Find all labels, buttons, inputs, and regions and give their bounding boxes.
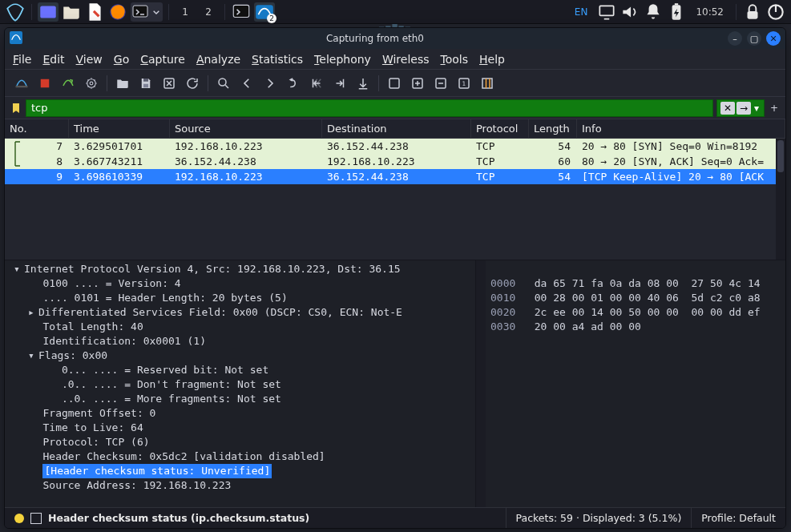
detail-identification[interactable]: Identification: 0x0001 (1) <box>42 334 206 349</box>
open-file-icon[interactable] <box>112 73 133 94</box>
menu-go[interactable]: Go <box>114 53 129 66</box>
tray-power-icon[interactable] <box>765 2 786 22</box>
zoom-out-icon[interactable] <box>430 73 451 94</box>
reload-file-icon[interactable] <box>182 73 203 94</box>
detail-flag-reserved[interactable]: 0... .... = Reserved bit: Not set <box>62 363 268 377</box>
menu-wireless[interactable]: Wireless <box>382 53 430 66</box>
stop-capture-icon[interactable] <box>34 73 55 94</box>
resize-columns-icon[interactable] <box>477 73 498 94</box>
detail-source-address[interactable]: Source Address: 192.168.10.223 <box>42 478 231 493</box>
menu-view[interactable]: View <box>76 53 103 66</box>
detail-ttl[interactable]: Time to Live: 64 <box>42 421 143 435</box>
packet-row-selected[interactable]: 9 3.698610339 192.168.10.223 36.152.44.2… <box>5 169 785 184</box>
packet-bytes-pane[interactable]: 0000 da 65 71 fa 0a da 08 00 27 50 4c 14… <box>486 260 785 507</box>
filter-add-button[interactable]: + <box>768 103 781 114</box>
taskbar-files-icon[interactable] <box>61 2 82 22</box>
detail-version[interactable]: 0100 .... = Version: 4 <box>42 276 180 291</box>
tree-expand-icon[interactable]: ▸ <box>24 305 38 320</box>
go-last-icon[interactable] <box>329 73 350 94</box>
taskbar-terminal-window[interactable] <box>231 2 252 22</box>
taskbar-app-1[interactable] <box>38 2 59 22</box>
filter-bookmark-icon[interactable] <box>10 100 22 116</box>
detail-protocol[interactable]: Protocol: TCP (6) <box>42 435 149 449</box>
auto-scroll-icon[interactable] <box>353 73 373 94</box>
detail-ipv4[interactable]: Internet Protocol Version 4, Src: 192.16… <box>24 262 401 276</box>
workspace-2[interactable]: 2 <box>198 2 219 22</box>
detail-flags[interactable]: Flags: 0x00 <box>38 349 107 363</box>
taskbar-wireshark-window[interactable]: 2 <box>254 2 275 22</box>
tree-collapse-icon[interactable]: ▾ <box>10 262 24 276</box>
workspace-1[interactable]: 1 <box>175 2 196 22</box>
col-info[interactable]: Info <box>577 119 785 139</box>
details-scrollbar[interactable] <box>476 260 486 507</box>
display-filter-input[interactable] <box>26 99 713 117</box>
menu-telephony[interactable]: Telephony <box>314 53 371 66</box>
detail-fragment-offset[interactable]: Fragment Offset: 0 <box>42 406 155 421</box>
status-profile[interactable]: Profile: Default <box>692 508 785 528</box>
app-menu-icon[interactable] <box>5 2 26 22</box>
menu-help[interactable]: Help <box>479 53 505 66</box>
capture-file-properties-icon[interactable] <box>30 513 42 524</box>
tray-volume-icon[interactable] <box>619 2 640 22</box>
taskbar-editor-icon[interactable] <box>84 2 105 22</box>
tray-battery-icon[interactable] <box>666 2 687 22</box>
detail-flag-mf[interactable]: ..0. .... = More fragments: Not set <box>62 392 281 406</box>
packet-list-scrollbar[interactable] <box>776 139 785 260</box>
hex-bytes[interactable]: 2c ee 00 14 00 50 00 00 00 00 dd ef <box>535 306 767 318</box>
go-next-icon[interactable] <box>260 73 280 94</box>
filter-apply-icon[interactable]: → <box>737 102 751 115</box>
capture-options-icon[interactable] <box>81 73 102 94</box>
detail-checksum[interactable]: Header Checksum: 0x5dc2 [validation disa… <box>42 449 325 464</box>
detail-header-length[interactable]: .... 0101 = Header Length: 20 bytes (5) <box>42 291 287 305</box>
expert-info-icon[interactable] <box>14 514 24 523</box>
zoom-reset-icon[interactable]: 1 <box>454 73 474 94</box>
window-maximize-button[interactable]: ▢ <box>747 31 761 46</box>
restart-capture-icon[interactable] <box>58 73 79 94</box>
detail-total-length[interactable]: Total Length: 40 <box>42 320 143 334</box>
detail-flag-df[interactable]: .0.. .... = Don't fragment: Not set <box>62 377 281 392</box>
packet-row[interactable]: 8 3.667743211 36.152.44.238 192.168.10.2… <box>5 154 785 169</box>
start-capture-icon[interactable] <box>11 73 32 94</box>
go-first-icon[interactable] <box>306 73 327 94</box>
terminal-icon[interactable] <box>131 2 150 22</box>
colorize-icon[interactable] <box>384 73 405 94</box>
col-time[interactable]: Time <box>69 119 170 139</box>
tree-collapse-icon[interactable]: ▾ <box>24 349 38 363</box>
go-to-packet-icon[interactable] <box>283 73 304 94</box>
close-file-icon[interactable] <box>159 73 180 94</box>
chevron-down-icon[interactable] <box>150 2 163 22</box>
tray-display-icon[interactable] <box>596 2 617 22</box>
packet-list-header[interactable]: No. Time Source Destination Protocol Len… <box>5 119 785 139</box>
filter-clear-icon[interactable]: ✕ <box>720 102 735 115</box>
col-source[interactable]: Source <box>170 119 322 139</box>
menu-statistics[interactable]: Statistics <box>252 53 303 66</box>
taskbar-terminal-group[interactable] <box>131 2 163 22</box>
find-packet-icon[interactable] <box>213 73 234 94</box>
detail-checksum-status[interactable]: [Header checksum status: Unverified] <box>42 464 272 478</box>
detail-dsfield[interactable]: Differentiated Services Field: 0x00 (DSC… <box>38 305 402 320</box>
go-previous-icon[interactable] <box>236 73 257 94</box>
col-destination[interactable]: Destination <box>322 119 471 139</box>
hex-bytes[interactable]: 20 00 a4 ad 00 00 <box>535 320 641 332</box>
hex-bytes[interactable]: da 65 71 fa 0a da 08 00 27 50 4c 14 <box>535 277 767 289</box>
menu-analyze[interactable]: Analyze <box>196 53 240 66</box>
col-length[interactable]: Length <box>529 119 577 139</box>
tray-notifications-icon[interactable] <box>643 2 664 22</box>
packet-row[interactable]: 7 3.629501701 192.168.10.223 36.152.44.2… <box>5 139 785 154</box>
menu-edit[interactable]: Edit <box>42 53 64 66</box>
window-minimize-button[interactable]: – <box>728 31 742 46</box>
window-titlebar[interactable]: Capturing from eth0 – ▢ ✕ <box>5 28 785 49</box>
menu-tools[interactable]: Tools <box>441 53 469 66</box>
tray-lock-icon[interactable] <box>742 2 763 22</box>
taskbar-firefox-icon[interactable] <box>107 2 128 22</box>
menu-capture[interactable]: Capture <box>140 53 185 66</box>
hex-bytes[interactable]: 00 28 00 01 00 00 40 06 5d c2 c0 a8 <box>535 292 767 304</box>
col-no[interactable]: No. <box>5 119 69 139</box>
col-protocol[interactable]: Protocol <box>471 119 529 139</box>
window-close-button[interactable]: ✕ <box>766 31 781 46</box>
keyboard-lang[interactable]: EN <box>568 6 595 18</box>
tray-clock[interactable]: 10:52 <box>689 6 730 18</box>
menu-file[interactable]: File <box>13 53 31 66</box>
packet-details-pane[interactable]: ▾Internet Protocol Version 4, Src: 192.1… <box>5 260 476 507</box>
zoom-in-icon[interactable] <box>407 73 428 94</box>
